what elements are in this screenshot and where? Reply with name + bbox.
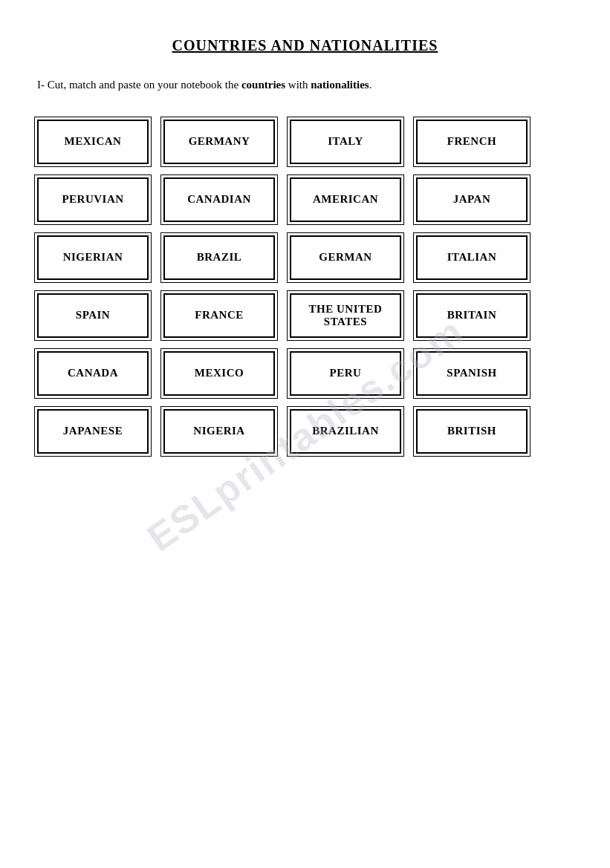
word-card-1-3[interactable]: ITALY [290,120,401,164]
word-card-6-4[interactable]: BRITISH [416,409,528,454]
instructions: I- Cut, match and paste on your notebook… [37,76,573,94]
word-card-6-3[interactable]: BRAZILIAN [290,409,401,454]
word-card-3-3[interactable]: GERMAN [290,235,401,280]
word-card-2-3[interactable]: AMERICAN [290,177,401,222]
word-card-5-2[interactable]: MEXICO [163,351,275,396]
word-card-5-1[interactable]: CANADA [37,351,149,396]
word-card-1-4[interactable]: FRENCH [416,120,528,164]
word-card-2-4[interactable]: JAPAN [416,177,528,222]
word-row-1: MEXICANGERMANYITALYFRENCH [37,120,573,164]
word-card-4-2[interactable]: FRANCE [163,293,275,338]
word-card-4-1[interactable]: SPAIN [37,293,149,338]
instructions-prefix: I- Cut, match and paste on your notebook… [37,79,241,91]
word-card-4-4[interactable]: BRITAIN [416,293,528,338]
instructions-suffix: . [369,79,372,91]
page-title: COUNTRIES AND NATIONALITIES [37,37,573,54]
word-card-3-4[interactable]: ITALIAN [416,235,528,280]
word-card-1-1[interactable]: MEXICAN [37,120,149,164]
word-grid: MEXICANGERMANYITALYFRENCHPERUVIANCANADIA… [37,120,573,454]
word-card-1-2[interactable]: GERMANY [163,120,275,164]
word-row-4: SPAINFRANCETHE UNITED STATESBRITAIN [37,293,573,338]
word-card-6-2[interactable]: NIGERIA [163,409,275,454]
word-row-5: CANADAMEXICOPERUSPANISH [37,351,573,396]
word-card-5-3[interactable]: PERU [290,351,401,396]
instructions-word1: countries [241,79,285,91]
word-row-6: JAPANESENIGERIABRAZILIANBRITISH [37,409,573,454]
word-card-3-2[interactable]: BRAZIL [163,235,275,280]
word-row-3: NIGERIANBRAZILGERMANITALIAN [37,235,573,280]
word-card-2-2[interactable]: CANADIAN [163,177,275,222]
word-card-5-4[interactable]: SPANISH [416,351,528,396]
word-card-6-1[interactable]: JAPANESE [37,409,149,454]
instructions-middle: with [285,79,311,91]
word-row-2: PERUVIANCANADIANAMERICANJAPAN [37,177,573,222]
word-card-4-3[interactable]: THE UNITED STATES [290,293,401,338]
instructions-word2: nationalities [311,79,369,91]
word-card-3-1[interactable]: NIGERIAN [37,235,149,280]
word-card-2-1[interactable]: PERUVIAN [37,177,149,222]
